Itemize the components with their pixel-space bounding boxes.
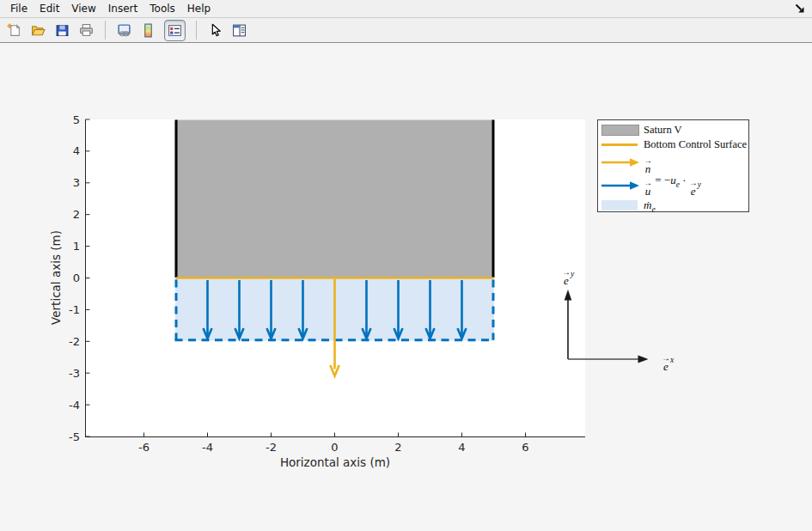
x-tick-label: 2 bbox=[394, 441, 401, 454]
y-tick-label: 2 bbox=[73, 208, 80, 221]
y-tick-label: 4 bbox=[73, 144, 80, 157]
legend-label-n-vector: →n bbox=[644, 151, 652, 174]
math-text: · bbox=[680, 174, 689, 186]
vector-letter: n bbox=[645, 163, 651, 174]
y-tick-label: -4 bbox=[69, 399, 80, 412]
legend-label-u-vector: →u = −ue · →ey bbox=[644, 174, 701, 197]
math-text: e bbox=[651, 204, 655, 213]
legend-item-m-dot-e: ṁe bbox=[598, 197, 748, 213]
y-axis-label: Vertical axis (m) bbox=[49, 189, 66, 366]
y-tick-label: 5 bbox=[73, 113, 80, 126]
vector-letter: e bbox=[564, 275, 569, 286]
lightblue-patch-swatch bbox=[601, 200, 638, 211]
legend-item-saturn-v: Saturn V bbox=[598, 123, 748, 137]
matlab-figure-window: { "notation": { "vector_arrow": "→" }, "… bbox=[0, 0, 812, 531]
y-tick-label: -3 bbox=[69, 367, 80, 380]
y-tick-label: 3 bbox=[73, 176, 80, 189]
y-tick-label: -2 bbox=[69, 335, 80, 348]
vector-letter: e bbox=[691, 186, 696, 197]
ey-frame-label: →ey bbox=[555, 263, 581, 286]
math-text: e bbox=[676, 180, 680, 189]
math-text: = − bbox=[652, 174, 670, 186]
legend-item-n-vector: →n bbox=[598, 151, 748, 174]
y-tick-label: 1 bbox=[73, 240, 80, 253]
vector-letter: e bbox=[663, 361, 669, 372]
y-tick-label: -1 bbox=[69, 303, 80, 316]
gray-patch-swatch bbox=[601, 125, 639, 136]
math-text: y bbox=[698, 180, 701, 189]
orange-line-swatch bbox=[601, 143, 638, 146]
legend-label-saturn-v: Saturn V bbox=[644, 124, 682, 137]
figure-plot-canvas: -6-4-20246543210-1-2-3-4-5 bbox=[0, 0, 812, 531]
vector-letter: u bbox=[645, 186, 651, 197]
legend-label-bottom-control-surface: Bottom Control Surface bbox=[644, 138, 747, 151]
y-tick-label: 0 bbox=[73, 272, 80, 284]
x-axis-label: Horizontal axis (m) bbox=[206, 455, 464, 469]
ex-frame-label: →ex bbox=[653, 349, 682, 372]
rocket-body bbox=[176, 120, 494, 278]
x-tick-label: -6 bbox=[138, 441, 150, 454]
x-tick-label: 0 bbox=[331, 441, 338, 454]
x-tick-label: -2 bbox=[266, 441, 277, 454]
x-tick-label: 4 bbox=[458, 441, 465, 454]
math-text: ṁ bbox=[644, 198, 651, 211]
blue-arrow-swatch bbox=[601, 180, 639, 192]
legend-item-u-vector: →u = −ue · →ey bbox=[598, 174, 748, 197]
math-text: x bbox=[670, 356, 674, 364]
orange-arrow-swatch bbox=[601, 156, 639, 168]
legend-item-bottom-control-surface: Bottom Control Surface bbox=[598, 137, 748, 151]
legend[interactable]: Saturn VBottom Control Surface→n→u = −ue… bbox=[597, 119, 749, 212]
x-tick-label: -4 bbox=[202, 441, 213, 454]
y-tick-label: -5 bbox=[69, 430, 80, 443]
x-tick-label: 6 bbox=[522, 441, 528, 454]
legend-label-m-dot-e: ṁe bbox=[644, 198, 656, 212]
math-text: y bbox=[571, 270, 574, 278]
ex-frame-arrowhead bbox=[638, 356, 649, 363]
